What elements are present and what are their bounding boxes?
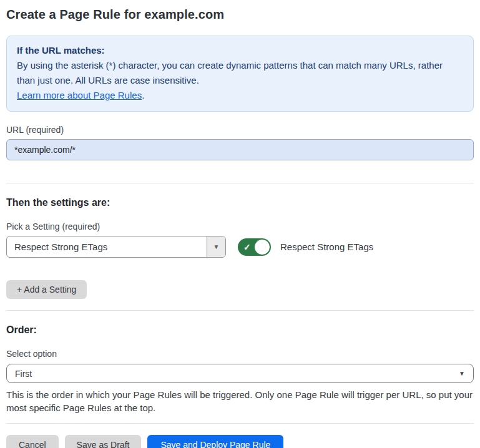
section-divider <box>6 183 474 183</box>
chevron-down-icon: ▼ <box>213 243 220 250</box>
page-title: Create a Page Rule for example.com <box>6 0 474 22</box>
settings-section-heading: Then the settings are: <box>6 197 474 208</box>
chevron-down-icon: ▼ <box>459 370 465 377</box>
info-box-heading: If the URL matches: <box>17 43 463 58</box>
url-match-info-box: If the URL matches: By using the asteris… <box>6 36 474 112</box>
actions-row: Cancel Save as Draft Save and Deploy Pag… <box>6 435 474 448</box>
setting-picker-label: Pick a Setting (required) <box>6 222 474 231</box>
toggle-knob <box>254 239 270 255</box>
order-section-heading: Order: <box>6 324 474 336</box>
setting-row: Respect Strong ETags ▼ ✓ Respect Strong … <box>6 236 474 258</box>
section-divider <box>6 310 474 311</box>
info-box-link-line: Learn more about Page Rules. <box>17 88 463 103</box>
url-field-label: URL (required) <box>6 125 474 135</box>
url-input[interactable] <box>6 139 474 160</box>
setting-select[interactable]: Respect Strong ETags ▼ <box>6 236 226 258</box>
link-period: . <box>142 90 144 100</box>
setting-toggle[interactable]: ✓ <box>238 238 271 256</box>
setting-select-arrow-button[interactable]: ▼ <box>207 236 225 257</box>
save-and-deploy-button[interactable]: Save and Deploy Page Rule <box>147 435 283 448</box>
footer-divider <box>6 423 474 424</box>
order-select-label: Select option <box>6 349 474 359</box>
learn-more-link[interactable]: Learn more about Page Rules <box>17 90 142 100</box>
order-help-text: This is the order in which your Page Rul… <box>6 388 474 414</box>
save-as-draft-button[interactable]: Save as Draft <box>65 435 142 448</box>
check-icon: ✓ <box>243 243 251 251</box>
info-box-body: By using the asterisk (*) character, you… <box>17 58 463 88</box>
cancel-button[interactable]: Cancel <box>6 435 59 448</box>
order-select-value: First <box>15 369 32 379</box>
order-select[interactable]: First ▼ <box>6 364 474 383</box>
add-setting-button[interactable]: + Add a Setting <box>6 280 87 299</box>
toggle-label: Respect Strong ETags <box>280 241 373 252</box>
setting-select-value: Respect Strong ETags <box>7 236 207 257</box>
